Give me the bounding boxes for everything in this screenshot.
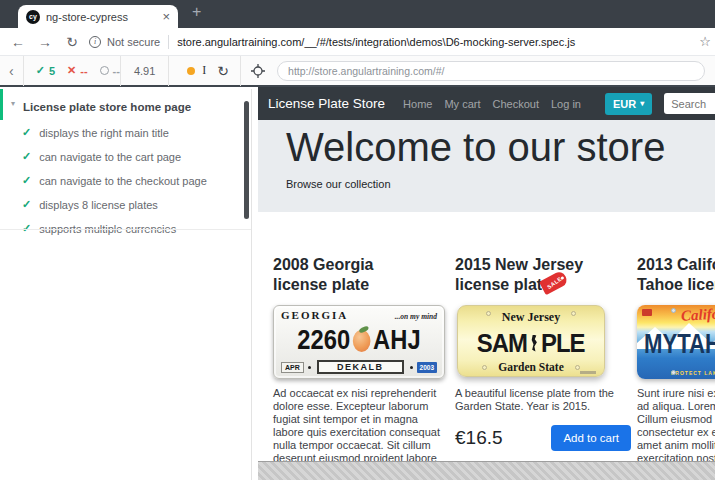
bolt-icon [410,366,413,369]
app-preview: License Plate Store Home My cart Checkou… [258,87,715,461]
new-jersey-silhouette-icon [530,335,538,352]
status-dot-icon [187,67,195,75]
corner-sticker [642,309,652,316]
toolbar-divider [120,56,121,86]
product-image: New Jersey SAM PLE Garden State [455,305,631,383]
month-sticker: APR [281,362,304,373]
info-icon[interactable]: i [89,36,101,48]
test-row[interactable]: ✓ displays 8 license plates [0,192,251,216]
plate-state: California [681,305,715,325]
plate-slogan: Garden State [498,361,563,373]
peach-icon [353,330,371,352]
runner-background-stripes [258,461,715,480]
bolt-icon [671,370,676,375]
plate-number: 2260 AHJ [290,321,427,360]
plate-number-left: SAM [477,328,527,359]
test-passed-icon: ✓ [22,126,31,139]
forward-icon[interactable]: → [36,34,54,50]
add-to-cart-button[interactable]: Add to cart [551,425,631,451]
bolt-icon [575,365,580,370]
toolbar-divider [168,56,169,86]
tab-title: ng-store-cypress [46,11,156,23]
browser-toolbar: ← → ↻ i Not secure store.angulartraining… [0,28,715,56]
bolt-icon [486,311,491,316]
price-row: €16.5 Add to cart [455,425,631,451]
product-title: 2013 California Tahoe license plate [637,255,715,295]
runner-url-input[interactable] [277,61,705,81]
validation-sticker [580,371,596,374]
nav-link-home[interactable]: Home [403,98,432,110]
search-input[interactable] [664,93,715,114]
passed-count: 5 [49,65,55,77]
sidebar-scrollbar[interactable] [244,101,249,219]
tests-passed-stat: ✓ 5 [36,64,55,77]
bolt-icon [308,366,311,369]
browser-tab[interactable]: cy ng-store-cypress × [18,5,178,28]
toolbar-divider [240,56,241,86]
county-tag: DEKALB [317,360,404,374]
test-passed-icon: ✓ [22,150,31,163]
test-label: can navigate to the checkout page [39,175,207,187]
plate-header: GEORGIA ...on my mind [281,309,437,321]
tab-close-icon[interactable]: × [162,10,170,23]
nav-link-checkout[interactable]: Checkout [492,98,538,110]
sidebar-divider [0,229,251,230]
bolt-icon [571,311,576,316]
test-label: displays 8 license plates [39,199,158,211]
plate-number: SAM PLE [477,325,585,361]
cypress-favicon-icon: cy [26,10,40,24]
suite-header[interactable]: ▾ License plate store home page [0,89,251,120]
reload-icon[interactable]: ↻ [63,34,81,50]
plate-number-right: PLE [541,328,585,359]
hero-title: Welcome to our store [286,125,715,170]
test-row[interactable]: ✓ can navigate to the checkout page [0,168,251,192]
restart-tests-icon[interactable]: ↻ [217,63,229,79]
pending-count: -- [113,65,120,77]
plate-number-right: AHJ [373,325,421,356]
pending-circle-icon [100,66,109,75]
test-label: can navigate to the cart page [39,151,181,163]
plate-state: GEORGIA [281,309,348,321]
back-icon[interactable]: ← [9,34,27,50]
check-icon: ✓ [36,64,45,77]
failed-count: -- [80,65,87,77]
nav-link-my-cart[interactable]: My cart [444,98,480,110]
nav-link-log-in[interactable]: Log in [551,98,581,110]
plate-number: MYTAHOE [644,329,715,360]
plate-state: New Jersey [502,310,560,325]
california-plate-image: California MYTAHOE PROTECT LAKE TAHOE [637,305,715,379]
hero-subtitle: Browse our collection [286,178,715,190]
plate-footer: APR DEKALB 2003 [281,360,437,374]
x-icon: ✕ [67,64,76,77]
test-duration: 4.91 [134,65,155,77]
tests-pending-stat: -- [100,65,120,77]
bolt-icon [671,308,676,313]
toolbar-divider [23,56,24,86]
new-jersey-plate-image: New Jersey SAM PLE Garden State [457,305,605,377]
address-bar[interactable]: i Not secure store.angulartraining.com/_… [89,35,693,49]
selector-playground-icon[interactable] [251,64,265,78]
cypress-runner-header: ‹ ✓ 5 ✕ -- -- 4.91 I ↻ [0,56,715,87]
test-row[interactable]: ✓ displays the right main title [0,120,251,144]
product-card-california: 2013 California Tahoe license plate Cali… [637,255,715,461]
suite-title: License plate store home page [23,101,191,113]
sale-label: SALE [545,275,562,290]
product-card-georgia: 2008 Georgia license plate GEORGIA ...on… [273,255,449,461]
product-price: €16.5 [455,427,503,449]
app-brand[interactable]: License Plate Store [268,96,385,111]
product-description: A beautiful license plate from the Garde… [455,387,631,413]
bookmark-star-icon[interactable]: ☆ [699,34,711,49]
currency-dropdown[interactable]: EUR ▾ [605,93,652,115]
product-grid: 2008 Georgia license plate GEORGIA ...on… [258,212,715,461]
address-divider [168,35,169,49]
collapse-sidebar-icon[interactable]: ‹ [9,64,14,78]
test-row[interactable]: ✓ supports multiple currencies [0,216,251,240]
test-label: displays the right main title [39,127,169,139]
viewport-indicator: I [202,63,206,78]
plate-number-left: 2260 [297,325,350,356]
new-tab-button[interactable]: + [192,3,201,21]
security-label: Not secure [107,36,160,48]
collapse-caret-icon[interactable]: ▾ [11,99,15,108]
plate-slogan: PROTECT LAKE TAHOE [671,370,715,376]
test-row[interactable]: ✓ can navigate to the cart page [0,144,251,168]
